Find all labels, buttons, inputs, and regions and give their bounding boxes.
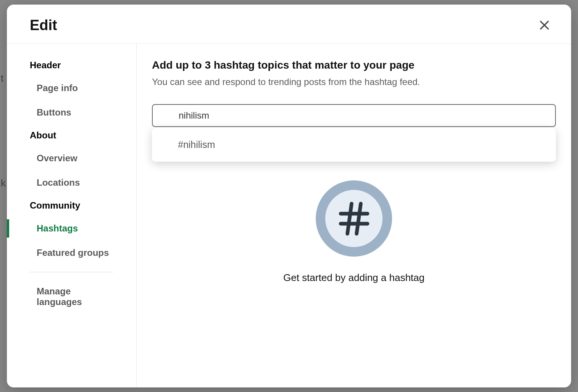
- sidebar-section-about: About: [7, 125, 136, 146]
- content-title: Add up to 3 hashtag topics that matter t…: [152, 59, 556, 71]
- hashtag-icon: [334, 199, 374, 239]
- hashtag-search-wrapper: #nihilism: [152, 104, 556, 127]
- sidebar-item-page-info[interactable]: Page info: [7, 76, 136, 100]
- sidebar-item-locations[interactable]: Locations: [7, 170, 136, 195]
- sidebar-item-buttons[interactable]: Buttons: [7, 100, 136, 125]
- modal-body: Header Page info Buttons About Overview …: [7, 44, 571, 387]
- sidebar-item-overview[interactable]: Overview: [7, 146, 136, 170]
- hashtag-suggestion-dropdown: #nihilism: [152, 128, 556, 162]
- empty-state-text: Get started by adding a hashtag: [283, 272, 425, 284]
- close-button[interactable]: [536, 17, 553, 34]
- content-pane: Add up to 3 hashtag topics that matter t…: [137, 44, 571, 387]
- modal-header: Edit: [7, 5, 571, 44]
- hashtag-illustration-inner: [325, 190, 383, 247]
- content-subtitle: You can see and respond to trending post…: [152, 77, 556, 87]
- sidebar-item-featured-groups[interactable]: Featured groups: [7, 241, 136, 265]
- sidebar: Header Page info Buttons About Overview …: [7, 44, 137, 387]
- sidebar-item-hashtags[interactable]: Hashtags: [7, 216, 136, 241]
- edit-modal: Edit Header Page info Buttons About Over…: [7, 5, 571, 387]
- modal-title: Edit: [30, 17, 57, 34]
- empty-state: Get started by adding a hashtag: [152, 180, 556, 284]
- hashtag-search-input[interactable]: [152, 104, 556, 127]
- sidebar-divider: [30, 272, 113, 272]
- hashtag-illustration: [316, 180, 392, 257]
- svg-line-5: [357, 204, 361, 234]
- sidebar-section-community: Community: [7, 195, 136, 216]
- sidebar-section-header: Header: [7, 55, 136, 76]
- sidebar-item-manage-languages[interactable]: Manage languages: [7, 279, 136, 314]
- close-icon: [538, 19, 551, 32]
- svg-line-4: [347, 204, 352, 234]
- hashtag-suggestion-item[interactable]: #nihilism: [152, 131, 556, 159]
